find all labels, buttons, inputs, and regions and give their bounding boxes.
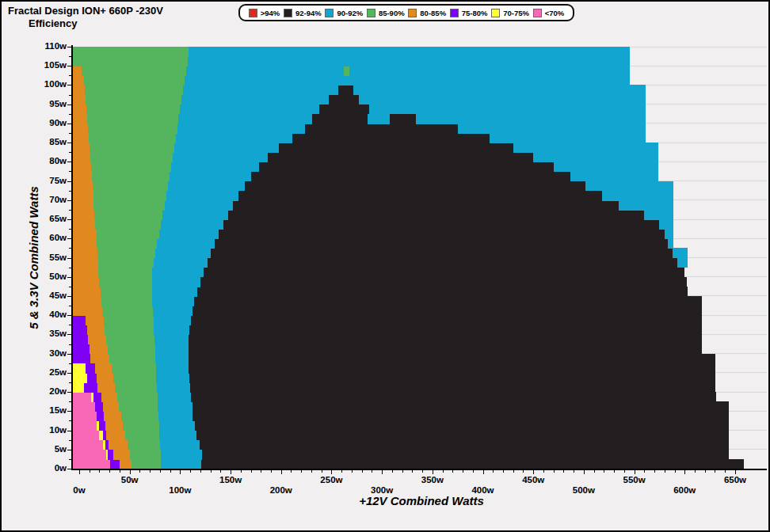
x-tick: [392, 470, 393, 473]
x-tick: [139, 470, 140, 473]
heat-cell: [174, 142, 279, 153]
heat-cell: [73, 191, 93, 201]
legend-label: 75-80%: [462, 9, 488, 17]
x-tick: [170, 470, 171, 473]
heat-cell: [197, 287, 688, 297]
x-tick: [594, 470, 595, 473]
y-tick-label: 90w: [22, 118, 67, 127]
heat-cell: [73, 56, 188, 66]
y-tick: [69, 229, 71, 230]
heat-cell: [73, 411, 97, 421]
heat-cell: [158, 401, 192, 412]
x-axis-line: [71, 469, 767, 470]
y-tick: [67, 181, 71, 182]
heat-cell: [196, 431, 730, 441]
x-tick: [160, 470, 161, 473]
x-tick: [341, 470, 342, 473]
y-tick: [67, 124, 71, 124]
x-tick: [261, 470, 261, 473]
legend-item: 75-80%: [450, 9, 488, 17]
y-tick-label: 105w: [22, 60, 67, 70]
heat-cell: [121, 411, 158, 421]
y-tick: [67, 277, 71, 278]
heat-cell: [160, 440, 200, 450]
chart-frame: Fractal Design ION+ 660P -230V Efficienc…: [0, 0, 770, 532]
heat-cell: [128, 440, 160, 450]
heat-cell: [73, 325, 87, 335]
x-tick: [675, 470, 676, 473]
heat-cell: [202, 450, 729, 460]
heat-cell: [125, 431, 159, 441]
heat-cell: [156, 373, 189, 383]
x-tick: [352, 470, 353, 473]
x-tick: [665, 470, 665, 473]
x-tick: [150, 470, 151, 473]
heat-cell: [117, 392, 158, 402]
heat-cell: [369, 104, 646, 115]
heat-cell: [95, 401, 103, 412]
x-tick: [412, 470, 413, 473]
legend-swatch-icon: [533, 9, 542, 17]
x-tick: [543, 470, 544, 473]
heat-cell: [73, 287, 101, 297]
heat-cell: [90, 354, 109, 364]
y-tick: [69, 210, 71, 211]
heat-cell: [228, 210, 644, 220]
x-tick: [190, 470, 191, 473]
y-tick: [69, 268, 71, 268]
x-tick: [79, 470, 80, 474]
heat-cell: [204, 268, 685, 278]
heat-cell: [533, 152, 658, 162]
heat-cell: [84, 382, 97, 393]
heat-cell: [99, 420, 105, 431]
heat-cell: [73, 440, 103, 450]
heat-cell: [329, 95, 359, 105]
legend-label: 92-94%: [295, 9, 322, 17]
heat-cell: [73, 363, 86, 374]
heat-cell: [208, 258, 678, 268]
heat-cell: [513, 142, 658, 153]
y-tick: [69, 440, 71, 441]
heat-cell: [189, 47, 630, 57]
legend-swatch-icon: [325, 9, 334, 17]
x-tick-label: 550w: [615, 475, 654, 484]
heat-cell: [165, 200, 234, 211]
heat-cell: [106, 334, 154, 344]
heat-cell: [161, 450, 203, 460]
x-tick: [614, 470, 615, 473]
x-tick: [624, 470, 625, 473]
heat-cell: [91, 162, 171, 172]
heat-cell: [85, 85, 183, 95]
heat-cell: [73, 373, 87, 383]
heat-cell: [95, 363, 112, 374]
y-tick: [67, 354, 71, 355]
heat-cell: [73, 142, 90, 153]
legend-label: 85-90%: [379, 9, 405, 17]
legend: >94%92-94%90-92%85-90%80-85%75-80%70-75%…: [238, 4, 574, 21]
heat-cell: [73, 229, 97, 239]
x-tick: [281, 470, 282, 474]
heat-cell: [104, 315, 153, 325]
x-tick: [473, 470, 474, 473]
heat-cell: [98, 258, 154, 268]
heat-cell: [189, 354, 716, 364]
y-tick: [69, 325, 71, 325]
heat-cell: [104, 411, 121, 421]
x-tick: [523, 470, 524, 473]
heat-cell: [353, 85, 645, 95]
heat-cell: [113, 450, 130, 460]
heat-cell: [390, 114, 416, 124]
heat-cell: [73, 152, 90, 162]
x-tick: [554, 470, 555, 473]
heat-cell: [73, 124, 88, 134]
x-tick: [635, 470, 635, 474]
heat-cell: [189, 344, 702, 355]
heat-cell: [103, 401, 119, 412]
heat-cell: [93, 181, 169, 192]
y-tick: [67, 219, 71, 220]
heat-cell: [368, 114, 390, 124]
legend-item: 92-94%: [284, 9, 322, 17]
heat-cell: [192, 411, 729, 421]
heat-cell: [152, 277, 200, 287]
legend-label: 70-75%: [503, 9, 529, 17]
